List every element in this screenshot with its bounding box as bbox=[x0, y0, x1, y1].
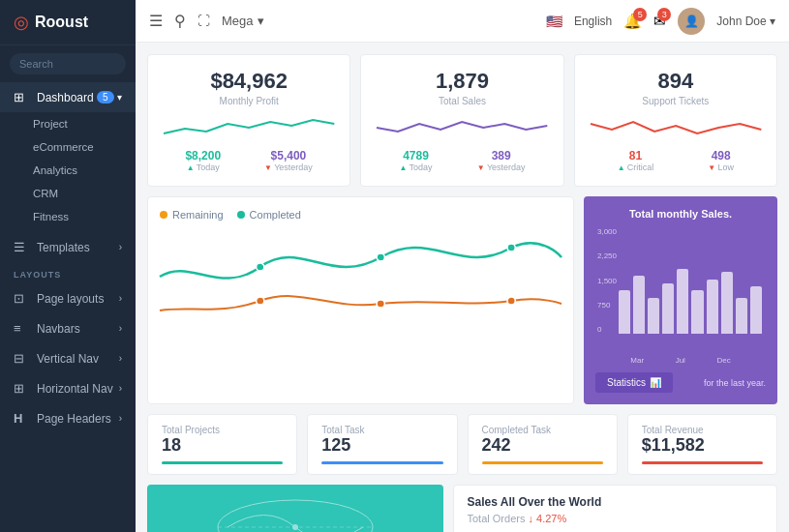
total-projects-bar bbox=[162, 461, 283, 464]
sales-value: 1,879 bbox=[377, 69, 547, 94]
language-selector[interactable]: English bbox=[574, 15, 612, 28]
line-chart-card: Remaining Completed bbox=[147, 196, 574, 404]
sidebar-item-navbars[interactable]: ≡ Navbars › bbox=[0, 313, 136, 343]
y-label-0: 0 bbox=[597, 325, 617, 334]
total-projects-value: 18 bbox=[162, 435, 283, 456]
mega-chevron-icon: ▾ bbox=[258, 14, 264, 28]
bar-column bbox=[707, 280, 718, 334]
bar-column bbox=[633, 276, 645, 334]
sales-label: Total Sales bbox=[377, 96, 547, 106]
mega-label: Mega bbox=[222, 14, 254, 28]
low-label: Low bbox=[708, 163, 734, 172]
sidebar: ◎ Rooust ⊞ Dashboard 5 ▾ Project eCommer… bbox=[0, 0, 136, 532]
svg-point-1 bbox=[377, 253, 384, 261]
profit-label: Monthly Profit bbox=[164, 96, 334, 106]
legend-remaining: Remaining bbox=[160, 209, 224, 221]
templates-icon: ☰ bbox=[14, 240, 29, 254]
today-value: 4789 bbox=[403, 149, 429, 163]
completed-task-label: Completed Task bbox=[482, 425, 603, 435]
bar-footer: Statistics 📊 for the last year. bbox=[595, 372, 766, 393]
logo: ◎ Rooust bbox=[0, 0, 136, 45]
search-icon[interactable]: ⚲ bbox=[174, 12, 186, 30]
layouts-section-label: LAYOUTS bbox=[0, 262, 136, 283]
chevron-right-icon: › bbox=[119, 293, 122, 304]
today-label: Today bbox=[399, 163, 432, 172]
sidebar-item-page-layouts[interactable]: ⊡ Page layouts › bbox=[0, 283, 136, 313]
sidebar-item-fitness[interactable]: Fitness bbox=[0, 205, 136, 228]
sidebar-item-crm[interactable]: CRM bbox=[0, 182, 136, 205]
chevron-right-icon: › bbox=[119, 413, 122, 424]
down-arrow-icon: ↓ bbox=[528, 513, 533, 524]
flag-icon: 🇺🇸 bbox=[546, 14, 562, 29]
username-dropdown[interactable]: John Doe ▾ bbox=[716, 15, 775, 28]
bar-footer-text: for the last year. bbox=[704, 378, 766, 388]
statistics-button[interactable]: Statistics 📊 bbox=[595, 372, 673, 393]
chevron-right-icon: › bbox=[119, 383, 122, 394]
x-label-jul: Jul bbox=[676, 356, 685, 365]
sidebar-item-templates[interactable]: ☰ Templates › bbox=[0, 232, 136, 262]
total-task-label: Total Task bbox=[321, 425, 442, 435]
bottom-row: ge.com Sales All Over the World Total Or… bbox=[147, 485, 777, 532]
topbar-left: ☰ ⚲ ⛶ Mega ▾ bbox=[149, 12, 264, 30]
x-axis-labels: Mar Jul Dec bbox=[595, 353, 766, 365]
sidebar-item-analytics[interactable]: Analytics bbox=[0, 159, 136, 182]
low-value: 498 bbox=[712, 149, 731, 163]
completed-dot bbox=[237, 211, 245, 219]
mid-row: Remaining Completed bbox=[147, 196, 777, 404]
sales-sparkline bbox=[377, 114, 547, 141]
topbar-right: 🇺🇸 English 🔔 5 ✉ 3 👤 John Doe ▾ bbox=[546, 8, 775, 35]
fullscreen-icon[interactable]: ⛶ bbox=[197, 14, 210, 28]
notification-badge: 5 bbox=[633, 8, 647, 21]
yesterday-value: 389 bbox=[492, 149, 511, 163]
sales-orders: Total Orders ↓ 4.27% bbox=[468, 513, 764, 524]
sidebar-item-label: Vertical Nav bbox=[37, 352, 99, 366]
bar-column bbox=[677, 269, 688, 335]
total-revenue-value: $11,582 bbox=[642, 435, 763, 456]
bar-chart-card: Total monthly Sales. 3,000 2,250 1,500 7… bbox=[584, 196, 777, 404]
mail-button[interactable]: ✉ 3 bbox=[653, 13, 666, 30]
y-label-2250: 2,250 bbox=[597, 251, 617, 260]
svg-point-5 bbox=[507, 297, 515, 305]
sidebar-item-ecommerce[interactable]: eCommerce bbox=[0, 135, 136, 159]
sidebar-item-label: Horizontal Nav bbox=[37, 382, 113, 396]
logo-icon: ◎ bbox=[14, 12, 29, 33]
svg-point-2 bbox=[507, 244, 515, 251]
stat-total-projects: Total Projects 18 bbox=[147, 414, 297, 475]
line-chart-area bbox=[160, 228, 561, 344]
stat-card-tickets: 894 Support Tickets 81 Critical 498 bbox=[574, 54, 777, 187]
today-label: Today bbox=[187, 163, 220, 172]
bar-chart-title: Total monthly Sales. bbox=[595, 208, 766, 220]
stats-row: $84,962 Monthly Profit $8,200 Today bbox=[147, 54, 777, 187]
sales-title: Sales All Over the World bbox=[468, 495, 764, 509]
mega-menu-button[interactable]: Mega ▾ bbox=[222, 14, 264, 28]
horizontal-nav-icon: ⊞ bbox=[14, 381, 29, 396]
main-area: ☰ ⚲ ⛶ Mega ▾ 🇺🇸 English 🔔 5 ✉ 3 bbox=[136, 0, 789, 532]
svg-point-4 bbox=[377, 300, 384, 308]
y-label-1500: 1,500 bbox=[597, 277, 617, 285]
remaining-dot bbox=[160, 211, 167, 219]
total-revenue-label: Total Revenue bbox=[642, 425, 763, 435]
sidebar-item-horizontal-nav[interactable]: ⊞ Horizontal Nav › bbox=[0, 373, 136, 403]
bar-column bbox=[619, 290, 630, 334]
bar-column bbox=[736, 298, 747, 335]
sidebar-item-dashboard[interactable]: ⊞ Dashboard 5 ▾ bbox=[0, 82, 136, 112]
sidebar-item-vertical-nav[interactable]: ⊟ Vertical Nav › bbox=[0, 343, 136, 373]
chevron-right-icon: › bbox=[119, 353, 122, 364]
content-area: $84,962 Monthly Profit $8,200 Today bbox=[136, 43, 789, 532]
sidebar-search-container bbox=[0, 45, 136, 82]
sidebar-item-project[interactable]: Project bbox=[0, 112, 136, 135]
total-projects-label: Total Projects bbox=[162, 425, 283, 435]
chevron-right-icon: › bbox=[119, 242, 122, 252]
search-input[interactable] bbox=[10, 53, 126, 74]
stat-card-profit: $84,962 Monthly Profit $8,200 Today bbox=[147, 54, 350, 187]
bar-column bbox=[721, 272, 733, 334]
y-label-3000: 3,000 bbox=[597, 227, 617, 236]
critical-value: 81 bbox=[629, 149, 642, 163]
x-label-mar: Mar bbox=[630, 356, 644, 365]
notifications-button[interactable]: 🔔 5 bbox=[623, 13, 642, 30]
bars-group bbox=[599, 227, 762, 353]
chevron-down-icon: ▾ bbox=[117, 92, 122, 103]
mail-badge: 3 bbox=[657, 8, 671, 21]
hamburger-icon[interactable]: ☰ bbox=[149, 12, 163, 30]
sidebar-item-page-headers[interactable]: H Page Headers › bbox=[0, 403, 136, 433]
